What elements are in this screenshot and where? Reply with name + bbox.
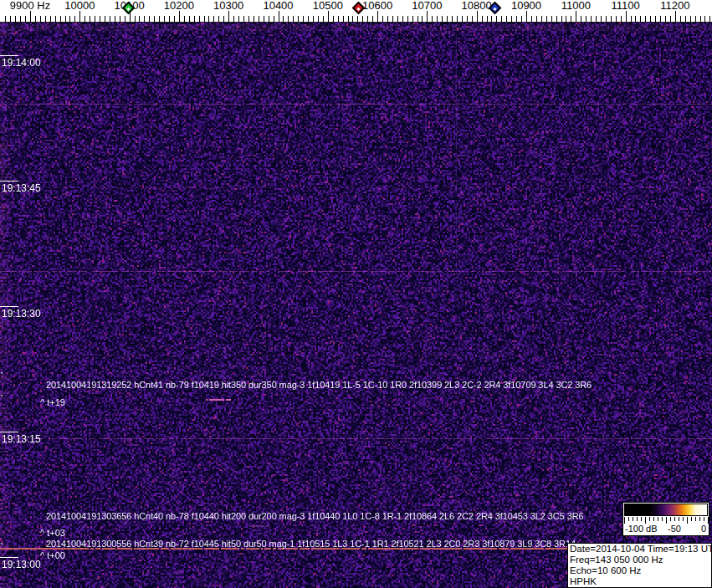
frequency-tick xyxy=(352,16,353,22)
time-text: 19:13:45 xyxy=(0,182,41,193)
frequency-tick xyxy=(218,16,219,22)
frequency-tick xyxy=(611,16,612,22)
frequency-tick xyxy=(616,16,617,22)
frequency-tick xyxy=(90,16,90,22)
echo-edge-mark: ` xyxy=(0,396,3,404)
frequency-label: 10000 xyxy=(64,0,95,11)
frequency-tick xyxy=(631,16,632,22)
frequency-tick xyxy=(238,16,239,22)
frequency-tick xyxy=(491,16,492,22)
legend-tick xyxy=(666,517,667,524)
frequency-tick xyxy=(120,16,120,22)
legend-tick xyxy=(687,517,688,524)
frequency-tick xyxy=(695,16,696,22)
frequency-tick xyxy=(95,16,95,22)
db-color-legend: -100 dB -50 0 xyxy=(622,502,709,536)
info-date-time: Date=2014-10-04 Time=19:13 UTC xyxy=(570,544,711,555)
frequency-tick xyxy=(591,16,592,22)
frequency-tick xyxy=(169,16,170,22)
frequency-tick xyxy=(204,16,205,22)
frequency-tick xyxy=(392,16,393,22)
frequency-label: 10900 xyxy=(511,0,541,11)
frequency-tick xyxy=(417,16,418,22)
frequency-tick xyxy=(243,16,244,22)
frequency-tick xyxy=(526,11,527,22)
legend-tick xyxy=(628,517,629,521)
frequency-tick xyxy=(288,16,289,22)
info-echo-frequency: Echo=10 600 Hz xyxy=(570,565,711,576)
info-station-id: HPHK xyxy=(570,576,711,587)
time-label: 19:13:15 xyxy=(0,432,41,444)
frequency-tick xyxy=(680,16,681,22)
frequency-tick xyxy=(105,16,105,22)
time-label: 19:13:30 xyxy=(0,306,41,319)
frequency-tick xyxy=(69,16,70,22)
frequency-tick xyxy=(477,11,478,22)
frequency-tick xyxy=(447,16,448,22)
frequency-tick xyxy=(20,16,21,22)
frequency-tick xyxy=(323,16,324,22)
legend-tick xyxy=(645,517,646,524)
frequency-tick xyxy=(432,16,433,22)
frequency-tick xyxy=(15,16,16,22)
legend-tick xyxy=(683,517,684,521)
frequency-tick xyxy=(606,16,607,22)
frequency-tick xyxy=(274,16,274,22)
frequency-tick xyxy=(704,16,705,22)
frequency-tick xyxy=(298,16,299,22)
legend-tick xyxy=(624,517,625,524)
frequency-tick xyxy=(457,16,458,22)
time-text: 19:14:00 xyxy=(0,56,41,68)
frequency-tick xyxy=(149,16,150,22)
time-label: 19:13:00 xyxy=(0,557,41,570)
frequency-tick xyxy=(65,16,66,22)
frequency-tick xyxy=(655,16,656,22)
frequency-tick xyxy=(427,11,428,22)
frequency-tick xyxy=(412,16,413,22)
frequency-tick xyxy=(308,16,309,22)
frequency-tick xyxy=(55,16,56,22)
frequency-tick xyxy=(25,16,26,22)
frequency-tick xyxy=(79,11,80,22)
frequency-tick xyxy=(279,11,279,22)
frequency-tick xyxy=(5,16,6,22)
frequency-tick xyxy=(213,16,214,22)
frequency-tick xyxy=(382,16,383,22)
frequency-tick xyxy=(60,16,61,22)
legend-ticks xyxy=(624,517,708,524)
frequency-tick xyxy=(556,16,557,22)
frequency-tick xyxy=(144,16,145,22)
frequency-label: 10700 xyxy=(412,0,442,11)
legend-tick xyxy=(691,517,692,521)
frequency-tick xyxy=(640,16,641,22)
frequency-tick xyxy=(333,16,334,22)
frequency-tick xyxy=(462,16,463,22)
frequency-tick xyxy=(670,16,671,22)
echo-event-detail: 20141004191303656 hCnt40 nb-78 f10440 hi… xyxy=(46,511,584,521)
frequency-tick xyxy=(660,16,661,22)
echo-edge-mark: ` xyxy=(0,373,3,381)
frequency-tick xyxy=(546,16,547,22)
legend-tick xyxy=(633,517,633,521)
frequency-tick xyxy=(50,16,51,22)
frequency-tick xyxy=(576,11,576,22)
legend-tick xyxy=(641,517,642,521)
frequency-label: 10800 xyxy=(462,0,492,11)
frequency-tick xyxy=(228,11,229,22)
legend-tick xyxy=(679,517,679,521)
info-frequency: Freq=143 050 000 Hz xyxy=(570,555,711,565)
meteor-spectrogram-window: 9900 Hz100001010010200103001040010500106… xyxy=(0,0,712,588)
frequency-tick xyxy=(199,16,200,22)
frequency-tick xyxy=(566,16,566,22)
frequency-tick xyxy=(700,16,701,22)
frequency-tick xyxy=(85,16,85,22)
frequency-tick xyxy=(313,16,314,22)
frequency-tick xyxy=(357,16,358,22)
frequency-tick xyxy=(586,16,587,22)
frequency-tick xyxy=(511,16,512,22)
legend-min-label: -100 dB xyxy=(625,524,658,534)
frequency-tick xyxy=(30,11,31,22)
time-label: 19:14:00 xyxy=(0,55,41,68)
frequency-label: 10600 xyxy=(362,0,392,11)
frequency-tick xyxy=(189,16,190,22)
